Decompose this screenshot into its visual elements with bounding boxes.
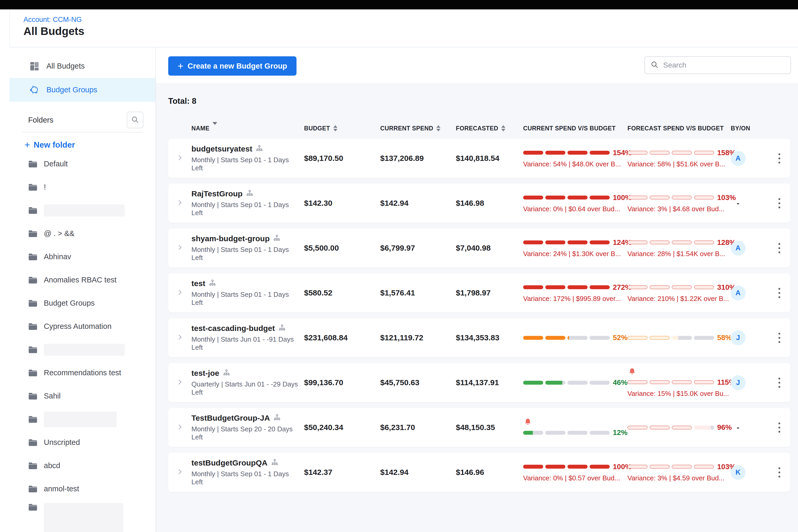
expand-row-button[interactable] [174, 199, 186, 207]
group-hierarchy-icon [273, 234, 280, 243]
folder-item[interactable]: Budget Groups [10, 291, 155, 315]
owner-avatar[interactable]: J [731, 375, 746, 390]
folder-icon [28, 322, 38, 331]
sidebar-item-budget-groups[interactable]: Budget Groups [10, 78, 155, 102]
column-header[interactable]: NAME [186, 125, 298, 132]
folder-item[interactable]: ! [10, 175, 155, 199]
folder-item[interactable]: abcd [10, 454, 155, 477]
row-actions-kebab-menu[interactable] [776, 465, 783, 480]
expand-row-button[interactable] [174, 244, 186, 252]
create-budget-group-button[interactable]: + Create a new Budget Group [168, 56, 297, 76]
owner-avatar[interactable]: A [731, 286, 746, 300]
expand-row-button[interactable] [174, 468, 186, 476]
folder-item[interactable]: Cypress Automation [10, 315, 155, 338]
budget-group-name[interactable]: testBudgetGroupQA [191, 458, 268, 467]
budget-value: $50,240.34 [298, 423, 375, 432]
current-variance-text: Variance: 24% | $1.30K over B... [523, 250, 621, 258]
sort-updown-icon[interactable] [436, 125, 440, 131]
forecast-variance-text: Variance: 28% | $1.54K over B... [627, 250, 725, 258]
plus-icon: + [24, 140, 30, 150]
column-header[interactable]: BUDGET [298, 125, 375, 132]
folder-item[interactable]: Anomalies RBAC test [10, 268, 155, 291]
owner-avatar[interactable]: A [731, 241, 746, 255]
search-icon [131, 116, 139, 125]
current-spend-progress-bar [523, 336, 610, 340]
current-vs-budget-cell: 154% Variance: 54% | $48.0K over B... [517, 149, 622, 168]
folder-icon [28, 276, 38, 284]
row-actions-kebab-menu[interactable] [776, 375, 783, 391]
folder-icon [28, 415, 38, 423]
folder-item-redacted[interactable] [10, 500, 155, 532]
column-header[interactable]: FORECASTED [450, 125, 517, 132]
budget-group-name[interactable]: TestBudgetGroup-JA [191, 414, 270, 422]
folder-item[interactable]: Unscripted [10, 431, 155, 454]
budget-group-name[interactable]: test [191, 279, 205, 288]
by-on-cell: K - [725, 465, 751, 480]
row-actions-kebab-menu[interactable] [776, 195, 783, 211]
column-header[interactable]: BY/ON [725, 125, 751, 132]
budget-group-name[interactable]: shyam-budget-group [191, 234, 270, 243]
row-actions-kebab-menu[interactable] [776, 330, 783, 345]
new-folder-button[interactable]: + New folder [10, 139, 155, 151]
folder-item[interactable]: @ . > && [10, 222, 155, 245]
folders-divider [22, 132, 144, 132]
owner-dash: - [737, 423, 739, 432]
group-hierarchy-icon [279, 324, 286, 333]
search-icon [651, 61, 659, 70]
folder-item-redacted[interactable] [10, 407, 155, 431]
expand-row-button[interactable] [174, 334, 186, 342]
forecast-variance-text: Variance: 210% | $1.22K over B... [627, 295, 729, 303]
current-spend-value: $45,750.63 [375, 378, 450, 387]
current-spend-value: $142.94 [375, 468, 450, 477]
account-breadcrumb-link[interactable]: Account: CCM-NG [23, 16, 82, 24]
budget-group-name[interactable]: RajTestGroup [191, 189, 243, 198]
column-header[interactable]: FORECAST SPEND V/S BUDGET [622, 125, 725, 132]
folder-name: Default [44, 159, 68, 168]
folder-item[interactable]: anmol-test [10, 477, 155, 500]
column-header[interactable]: CURRENT SPEND V/S BUDGET [517, 125, 622, 132]
expand-row-button[interactable] [174, 379, 186, 386]
budget-group-name[interactable]: budgetsuryatest [191, 145, 252, 153]
expand-row-button[interactable] [174, 289, 186, 297]
budget-schedule: Quarterly | Starts Jun 01 - -29 Days Lef… [191, 380, 298, 396]
owner-avatar[interactable]: J [731, 330, 746, 345]
forecasted-value: $1,798.97 [450, 288, 517, 297]
folder-item[interactable]: Default [10, 152, 155, 175]
budget-group-name[interactable]: test-cascading-budget [191, 324, 275, 333]
search-input[interactable] [663, 61, 785, 70]
folder-item-redacted[interactable] [10, 338, 155, 361]
column-header[interactable]: CURRENT SPEND [375, 125, 450, 132]
owner-avatar[interactable]: K [731, 465, 746, 480]
forecasted-value: $7,040.98 [450, 244, 517, 252]
folder-item[interactable]: Recommendations test [10, 361, 155, 384]
by-on-cell: A - [725, 151, 751, 166]
folder-item-redacted[interactable] [10, 199, 155, 222]
folder-name: Sahil [44, 392, 61, 400]
name-cell: test Monthly | Starts Sep 01 - 1 Days Le… [186, 279, 298, 307]
sort-updown-icon[interactable] [333, 125, 338, 131]
folder-item[interactable]: Sahil [10, 384, 155, 407]
current-spend-progress-bar [523, 285, 610, 289]
sort-updown-icon[interactable] [501, 125, 506, 131]
folder-item[interactable]: Abhinav [10, 245, 155, 268]
sidebar-item-all-budgets[interactable]: All Budgets [10, 54, 155, 78]
row-actions-kebab-menu[interactable] [776, 420, 783, 435]
folder-name: Recommendations test [44, 368, 121, 377]
folder-search-button[interactable] [127, 112, 144, 128]
folder-icon [28, 345, 38, 354]
forecast-spend-progress-bar [627, 195, 714, 200]
column-header-label: CURRENT SPEND [380, 125, 433, 132]
caret-down-icon[interactable] [212, 125, 217, 132]
forecast-vs-budget-cell: 58% [622, 334, 725, 342]
current-spend-progress-bar [523, 381, 610, 385]
group-hierarchy-icon [273, 414, 281, 422]
row-actions-kebab-menu[interactable] [776, 241, 783, 256]
budget-group-name[interactable]: test-joe [191, 369, 219, 378]
row-actions-kebab-menu[interactable] [776, 285, 783, 301]
expand-row-button[interactable] [174, 423, 186, 431]
owner-avatar[interactable]: A [731, 151, 746, 166]
row-actions-kebab-menu[interactable] [776, 151, 783, 166]
name-cell: shyam-budget-group Monthly | Starts Sep … [186, 234, 298, 262]
budget-value: $89,170.50 [298, 154, 375, 163]
expand-row-button[interactable] [174, 154, 186, 162]
